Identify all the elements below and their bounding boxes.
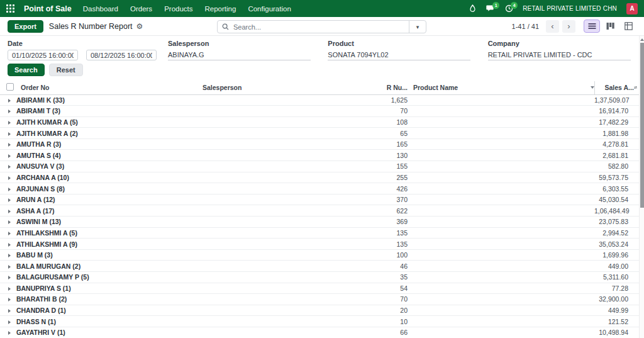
- export-button[interactable]: Export: [8, 20, 43, 33]
- expand-caret-icon[interactable]: [8, 210, 11, 213]
- search-input[interactable]: [233, 23, 409, 31]
- expand-caret-icon[interactable]: [8, 99, 11, 103]
- expand-caret-icon[interactable]: [8, 254, 11, 257]
- pivot-view-button[interactable]: [620, 20, 636, 33]
- debug-droplet-icon[interactable]: [468, 4, 477, 13]
- activities-badge: 4: [511, 2, 518, 9]
- table-row[interactable]: ABIRAMI T (3) 70 16,914.70: [0, 106, 640, 117]
- table-row[interactable]: ATHILAKSHMI A (9) 135 35,053.24: [0, 239, 640, 250]
- table-row[interactable]: ASHA A (17) 622 1,06,484.49: [0, 205, 640, 217]
- salesperson-cell: [201, 217, 330, 228]
- salesperson-cell: [201, 128, 330, 139]
- list-view-button[interactable]: [584, 20, 600, 33]
- search-dropdown-toggle[interactable]: ▾: [409, 21, 426, 33]
- expand-caret-icon[interactable]: [8, 132, 11, 136]
- expand-caret-icon[interactable]: [8, 243, 11, 247]
- view-switcher: [584, 20, 636, 33]
- company-switcher[interactable]: RETAIL PRIVATE LIMITED CHN: [523, 5, 617, 12]
- table-row[interactable]: ARJUNAN S (8) 426 6,303.55: [0, 183, 640, 194]
- optional-columns-icon[interactable]: [634, 84, 637, 91]
- expand-caret-icon[interactable]: [8, 165, 11, 169]
- table-row[interactable]: ARCHANA A (10) 255 59,573.75: [0, 172, 640, 183]
- table-row[interactable]: BHARATHI B (2) 70 32,900.00: [0, 294, 640, 305]
- column-header-sales-amount[interactable]: Sales A...: [594, 81, 640, 94]
- expand-caret-icon[interactable]: [8, 276, 11, 279]
- expand-caret-icon[interactable]: [8, 176, 11, 180]
- scrollbar-thumb[interactable]: [640, 43, 644, 208]
- column-header-product-name[interactable]: Product Name: [409, 81, 594, 94]
- r-number-value: 108: [330, 116, 409, 128]
- table-row[interactable]: ANUSUYA V (3) 155 582.80: [0, 161, 640, 172]
- table-row[interactable]: BANUPRIYA S (1) 54 77.28: [0, 283, 640, 294]
- table-row[interactable]: ASWINI M (13) 369 23,075.83: [0, 217, 640, 228]
- expand-caret-icon[interactable]: [8, 265, 11, 269]
- expand-caret-icon[interactable]: [8, 220, 11, 224]
- expand-caret-icon[interactable]: [8, 232, 11, 235]
- column-header-order-no[interactable]: Order No: [19, 81, 201, 94]
- table-row[interactable]: CHANDRA D (1) 20 449.99: [0, 305, 640, 316]
- column-header-salesperson[interactable]: Salesperson: [201, 81, 330, 94]
- reset-button[interactable]: Reset: [49, 64, 83, 76]
- menu-item-configuration[interactable]: Configuration: [248, 5, 291, 13]
- group-name: ARCHANA A (10): [16, 174, 69, 181]
- expand-caret-icon[interactable]: [8, 143, 11, 147]
- page-title: Sales R Number Report: [49, 22, 133, 31]
- table-row[interactable]: AJITH KUMAR A (2) 65 1,881.98: [0, 128, 640, 139]
- expand-caret-icon[interactable]: [8, 320, 11, 324]
- expand-caret-icon[interactable]: [8, 154, 11, 158]
- expand-caret-icon[interactable]: [8, 198, 11, 202]
- column-header-r-number[interactable]: R Nu...: [330, 81, 409, 94]
- select-all-checkbox[interactable]: [6, 83, 14, 91]
- r-number-value: 10: [330, 316, 409, 327]
- expand-caret-icon[interactable]: [8, 298, 11, 301]
- table-row[interactable]: BABU M (3) 100 1,699.96: [0, 249, 640, 261]
- sales-amount-value: 2,994.52: [594, 227, 640, 239]
- product-name-cell: [409, 94, 594, 106]
- expand-caret-icon[interactable]: [8, 110, 11, 113]
- messages-icon[interactable]: 1: [486, 4, 495, 13]
- user-avatar[interactable]: A: [626, 3, 638, 14]
- menu-item-products[interactable]: Products: [164, 5, 192, 13]
- sales-amount-value: 16,914.70: [594, 106, 640, 117]
- expand-caret-icon[interactable]: [8, 121, 11, 125]
- apps-grid-icon[interactable]: [6, 4, 15, 13]
- menu-item-reporting[interactable]: Reporting: [205, 5, 236, 13]
- expand-caret-icon[interactable]: [8, 331, 11, 335]
- product-field[interactable]: SONATA 7094YL02: [328, 50, 470, 60]
- table-row[interactable]: AMUTHA S (4) 130 2,681.81: [0, 150, 640, 161]
- salesperson-cell: [201, 261, 330, 272]
- salesperson-field[interactable]: ABINAYA.G: [168, 50, 311, 60]
- search-button[interactable]: Search: [8, 64, 45, 76]
- sort-chevron-down-icon[interactable]: [591, 86, 594, 89]
- table-row[interactable]: GAYATHRI V (1) 66 10,498.94: [0, 327, 640, 338]
- activities-clock-icon[interactable]: 4: [504, 4, 513, 13]
- expand-caret-icon[interactable]: [8, 309, 11, 313]
- pager-previous-button[interactable]: ‹: [546, 20, 559, 33]
- kanban-view-button[interactable]: [602, 20, 618, 33]
- sales-amount-value: 23,075.83: [594, 217, 640, 228]
- expand-caret-icon[interactable]: [8, 188, 11, 191]
- menu-item-orders[interactable]: Orders: [130, 5, 152, 13]
- gear-icon[interactable]: ⚙: [136, 22, 143, 31]
- table-row[interactable]: BALAGURUSAMY P (5) 35 5,311.60: [0, 272, 640, 283]
- table-row[interactable]: AMUTHA R (3) 165 4,278.81: [0, 138, 640, 150]
- date-from-input[interactable]: [8, 50, 78, 60]
- salesperson-cell: [201, 249, 330, 261]
- menu-item-dashboard[interactable]: Dashboard: [83, 5, 118, 13]
- table-row[interactable]: AJITH KUMAR A (5) 108 17,482.29: [0, 116, 640, 128]
- pager-next-button[interactable]: ›: [562, 20, 575, 33]
- date-to-input[interactable]: [86, 50, 157, 60]
- table-row[interactable]: BALA MURUGAN (2) 46 449.00: [0, 261, 640, 272]
- product-name-cell: [409, 316, 594, 327]
- table-row[interactable]: DHASS N (1) 10 121.52: [0, 316, 640, 327]
- company-field[interactable]: RETAIL PRIVATE LIMITED - CDC: [488, 50, 631, 60]
- product-name-cell: [409, 161, 594, 172]
- expand-caret-icon[interactable]: [8, 287, 11, 291]
- table-header-row: Order No Salesperson R Nu... Product Nam…: [0, 81, 640, 94]
- product-name-cell: [409, 239, 594, 250]
- table-row[interactable]: ATHILAKSHMI A (5) 135 2,994.52: [0, 227, 640, 239]
- table-row[interactable]: ABIRAMI K (33) 1,625 1,37,509.07: [0, 94, 640, 106]
- app-menu-brand[interactable]: Point of Sale: [24, 4, 72, 13]
- table-row[interactable]: ARUN A (12) 370 45,030.54: [0, 194, 640, 205]
- scrollbar-up-arrow-icon[interactable]: [640, 38, 644, 41]
